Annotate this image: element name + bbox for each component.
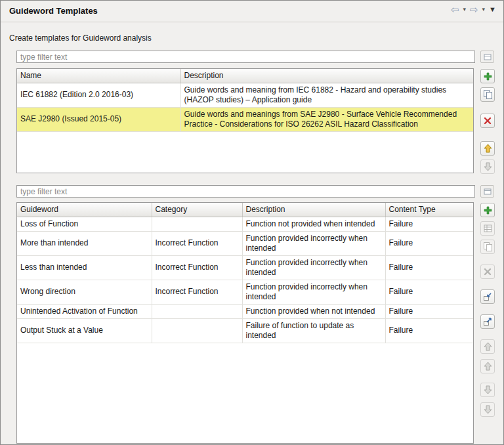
move-template-up-button[interactable]: [480, 141, 495, 156]
templates-table: Name Description IEC 61882 (Edition 2.0 …: [16, 68, 474, 173]
move-down-icon: [484, 385, 492, 394]
delete-template-button[interactable]: [480, 114, 495, 128]
guideword-row[interactable]: Loss of Function Function not provided w…: [17, 217, 473, 231]
add-icon: [484, 72, 492, 81]
guideword-row[interactable]: Unintended Activation of Function Functi…: [17, 304, 473, 318]
move-bottom-icon: [484, 405, 492, 414]
view-menu-icon[interactable]: ▼: [487, 5, 498, 14]
guideword-cell[interactable]: Loss of Function: [17, 217, 152, 231]
import-guidewords-button[interactable]: [480, 289, 495, 304]
move-top-icon: [484, 342, 492, 351]
category-cell[interactable]: Incorrect Function: [152, 231, 242, 255]
content-type-cell[interactable]: Failure: [385, 304, 473, 318]
copy-guideword-button[interactable]: [480, 240, 495, 254]
edit-table-icon: [484, 224, 492, 232]
guideword-cell[interactable]: Less than intended: [17, 255, 152, 280]
move-guideword-top-button[interactable]: [480, 339, 495, 354]
description-cell[interactable]: Function not provided when intended: [242, 217, 385, 231]
edit-guideword-button[interactable]: [480, 221, 495, 236]
filter-menu-icon: [484, 188, 492, 196]
filter-menu-icon: [484, 53, 492, 61]
add-guideword-button[interactable]: [480, 203, 495, 217]
back-history-dropdown-icon[interactable]: ▾: [461, 6, 468, 13]
content-type-cell[interactable]: Failure: [385, 255, 473, 280]
move-down-icon: [484, 162, 492, 171]
content-type-cell[interactable]: Failure: [385, 318, 473, 343]
category-cell[interactable]: Incorrect Function: [152, 255, 242, 280]
guideword-row[interactable]: Output Stuck at a Value Failure of funct…: [17, 318, 473, 343]
delete-guideword-button[interactable]: [480, 265, 495, 279]
copy-template-button[interactable]: [480, 87, 495, 102]
import-icon: [483, 292, 492, 301]
guideword-cell[interactable]: More than intended: [17, 231, 152, 255]
guidewords-table: Guideword Category Description Content T…: [16, 202, 474, 444]
copy-icon: [484, 90, 492, 99]
description-cell[interactable]: Function provided incorrectly when inten…: [242, 255, 385, 280]
template-filter-input[interactable]: [16, 51, 475, 63]
move-guideword-down-button[interactable]: [480, 383, 495, 397]
column-header-content-type[interactable]: Content Type: [385, 203, 473, 217]
template-filter-menu-button[interactable]: [480, 51, 494, 63]
templates-header-row: Name Description: [17, 69, 473, 83]
category-cell[interactable]: Incorrect Function: [152, 280, 242, 304]
export-guidewords-button[interactable]: [480, 314, 495, 329]
template-row[interactable]: IEC 61882 (Edition 2.0 2016-03) Guide wo…: [17, 83, 473, 107]
move-template-down-button[interactable]: [480, 159, 495, 174]
add-template-button[interactable]: [480, 69, 495, 83]
guideword-cell[interactable]: Wrong direction: [17, 280, 152, 304]
back-icon[interactable]: ⇦: [449, 4, 461, 15]
description-cell[interactable]: Function provided incorrectly when inten…: [242, 280, 385, 304]
category-cell[interactable]: [152, 318, 242, 343]
content-type-cell[interactable]: Failure: [385, 280, 473, 304]
export-icon: [483, 317, 492, 326]
header: Guideword Templates ⇦ ▾ ⇨ ▾ ▼: [1, 1, 503, 22]
move-guideword-bottom-button[interactable]: [480, 402, 495, 417]
guideword-filter-input[interactable]: [16, 185, 475, 198]
guideword-filter-menu-button[interactable]: [480, 185, 494, 198]
delete-icon: [484, 268, 492, 276]
guidewords-header-row: Guideword Category Description Content T…: [17, 203, 473, 217]
column-header-guideword[interactable]: Guideword: [17, 203, 152, 217]
page-description: Create templates for Guideword analysis: [9, 33, 152, 43]
add-icon: [484, 206, 492, 215]
content-type-cell[interactable]: Failure: [385, 231, 473, 255]
guideword-cell[interactable]: Unintended Activation of Function: [17, 304, 152, 318]
category-cell[interactable]: [152, 304, 242, 318]
column-header-name[interactable]: Name: [17, 69, 180, 83]
category-cell[interactable]: [152, 217, 242, 231]
template-name-cell[interactable]: IEC 61882 (Edition 2.0 2016-03): [17, 83, 180, 107]
template-description-cell[interactable]: Guide words and meaning from IEC 61882 -…: [180, 83, 473, 107]
move-guideword-up-button[interactable]: [480, 359, 495, 373]
guideword-cell[interactable]: Output Stuck at a Value: [17, 318, 152, 343]
template-name-cell[interactable]: SAE J2980 (Issued 2015-05): [17, 107, 180, 131]
template-description-cell[interactable]: Guide words and meanings from SAE J2980 …: [180, 107, 473, 131]
description-cell[interactable]: Failure of function to update as intende…: [242, 318, 385, 343]
move-up-icon: [484, 144, 492, 153]
forward-icon[interactable]: ⇨: [468, 4, 480, 15]
template-row[interactable]: SAE J2980 (Issued 2015-05) Guide words a…: [17, 107, 473, 131]
content-type-cell[interactable]: Failure: [385, 217, 473, 231]
guideword-templates-window: Guideword Templates ⇦ ▾ ⇨ ▾ ▼ Create tem…: [0, 0, 504, 445]
description-cell[interactable]: Function provided incorrectly when inten…: [242, 231, 385, 255]
copy-icon: [484, 242, 492, 251]
header-nav: ⇦ ▾ ⇨ ▾ ▼: [449, 4, 498, 15]
column-header-description[interactable]: Description: [242, 203, 385, 217]
forward-history-dropdown-icon[interactable]: ▾: [480, 6, 488, 13]
move-up-icon: [484, 362, 492, 371]
column-header-category[interactable]: Category: [152, 203, 242, 217]
description-cell[interactable]: Function provided when not intended: [242, 304, 385, 318]
delete-icon: [484, 117, 492, 125]
guideword-row[interactable]: Less than intended Incorrect Function Fu…: [17, 255, 473, 280]
guideword-row[interactable]: Wrong direction Incorrect Function Funct…: [17, 280, 473, 304]
page-title: Guideword Templates: [9, 6, 98, 16]
column-header-description[interactable]: Description: [180, 69, 473, 83]
guideword-row[interactable]: More than intended Incorrect Function Fu…: [17, 231, 473, 255]
